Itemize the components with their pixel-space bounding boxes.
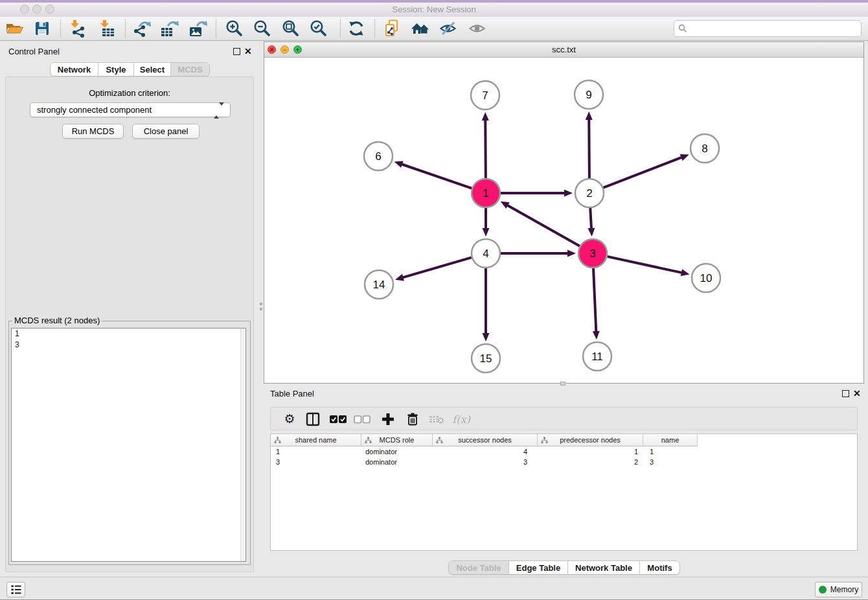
tab-edge-table[interactable]: Edge Table: [509, 561, 568, 574]
add-column-icon[interactable]: [379, 410, 397, 428]
split-view-icon[interactable]: [304, 410, 322, 428]
export-table-icon[interactable]: [158, 17, 180, 40]
tab-mcds[interactable]: MCDS: [171, 63, 209, 76]
cell-predecessor-nodes[interactable]: 2: [538, 457, 643, 467]
graph-edge-1-7[interactable]: [485, 119, 486, 178]
graph-node-label: 10: [700, 272, 713, 284]
graph-edge-arrowhead: [394, 161, 404, 167]
graph-edge-4-14[interactable]: [402, 257, 472, 277]
export-network-icon[interactable]: [130, 17, 152, 40]
column-header-shared-name[interactable]: shared name: [271, 434, 361, 446]
delete-column-icon[interactable]: [404, 410, 422, 428]
search-field[interactable]: [674, 20, 862, 37]
criterion-dropdown-value: strongly connected component: [37, 105, 152, 115]
graph-edge-arrowhead: [680, 154, 689, 161]
column-header-mcds-role[interactable]: MCDS role: [361, 434, 433, 446]
graph-edge-3-10[interactable]: [607, 257, 682, 273]
tab-node-table[interactable]: Node Table: [449, 561, 509, 574]
zoom-fit-icon[interactable]: [280, 17, 302, 40]
graph-edge-arrowhead: [586, 111, 593, 120]
toolbar-separator: [374, 19, 375, 38]
mcds-result-line: 1: [12, 329, 246, 340]
network-canvas[interactable]: 1234678910111415: [264, 58, 863, 383]
vertical-splitter-handle[interactable]: [260, 308, 262, 310]
cell-shared-name[interactable]: 1: [271, 446, 361, 457]
export-image-icon[interactable]: [187, 17, 209, 40]
mcds-result-box: MCDS result (2 nodes) 1 3: [8, 321, 251, 565]
graph-edge-arrowhead: [593, 331, 600, 340]
cell-successor-nodes[interactable]: 3: [433, 457, 538, 467]
cell-shared-name[interactable]: 3: [271, 457, 361, 467]
graph-node-label: 3: [589, 248, 595, 260]
optimization-criterion-label: Optimization criterion:: [6, 88, 253, 98]
graph-edge-3-1[interactable]: [507, 205, 580, 246]
network-window-title: scc.txt: [264, 45, 863, 54]
graph-node-label: 1: [483, 187, 488, 200]
graph-edge-2-8[interactable]: [603, 157, 682, 187]
graph-edge-2-9[interactable]: [589, 119, 589, 178]
mcds-result-line: 3: [12, 340, 246, 351]
home-layout-icon[interactable]: [409, 17, 431, 40]
graph-edge-arrowhead: [482, 112, 489, 121]
cell-name[interactable]: 1: [643, 446, 698, 457]
vertical-splitter-handle[interactable]: [260, 303, 262, 305]
task-list-icon: [10, 583, 23, 596]
select-all-columns-icon[interactable]: [329, 410, 347, 428]
cell-predecessor-nodes[interactable]: 1: [538, 446, 643, 457]
toolbar-separator: [125, 19, 126, 38]
graph-node-label: 8: [702, 143, 707, 155]
import-table-icon[interactable]: [96, 17, 118, 40]
graph-edge-1-6[interactable]: [401, 164, 472, 189]
zoom-out-icon[interactable]: [251, 17, 273, 40]
open-session-icon[interactable]: [3, 17, 25, 40]
table-panel-float-icon[interactable]: [842, 390, 849, 397]
table-row[interactable]: 1 dominator 4 1 1: [271, 446, 857, 457]
graph-edge-3-11[interactable]: [593, 268, 596, 332]
result-scrollbar[interactable]: [240, 329, 246, 561]
zoom-in-icon[interactable]: [223, 17, 246, 40]
tab-select[interactable]: Select: [134, 63, 171, 76]
mcds-result-textarea[interactable]: 1 3: [11, 328, 246, 562]
search-icon: [678, 24, 687, 33]
toolbar-separator: [60, 19, 61, 38]
column-header-name[interactable]: name: [643, 434, 698, 446]
graph-edge-arrowhead: [483, 333, 490, 341]
criterion-dropdown[interactable]: strongly connected component: [30, 102, 231, 117]
cell-mcds-role[interactable]: dominator: [361, 446, 433, 457]
graph-node-label: 7: [482, 89, 488, 102]
cell-mcds-role[interactable]: dominator: [361, 457, 433, 467]
graph-edge-2-3[interactable]: [590, 208, 591, 229]
import-network-icon[interactable]: [66, 17, 88, 40]
deselect-all-columns-icon[interactable]: [353, 410, 371, 428]
memory-button[interactable]: Memory: [815, 582, 862, 597]
task-history-button[interactable]: [6, 582, 25, 597]
tab-network-table[interactable]: Network Table: [568, 561, 640, 574]
table-row[interactable]: 3 dominator 3 2 3: [271, 457, 857, 467]
save-session-icon[interactable]: [31, 17, 53, 40]
graph-edge-arrowhead: [567, 250, 576, 257]
network-window-titlebar[interactable]: ✕ − + scc.txt: [264, 42, 863, 58]
show-graphics-details-icon[interactable]: [466, 17, 488, 40]
search-input[interactable]: [687, 22, 861, 35]
control-panel-float-icon[interactable]: [233, 48, 240, 55]
hide-graphics-details-icon[interactable]: [437, 17, 459, 40]
column-header-predecessor-nodes[interactable]: predecessor nodes: [538, 434, 643, 446]
tab-style[interactable]: Style: [98, 63, 134, 76]
memory-label: Memory: [830, 585, 858, 594]
network-from-selection-icon[interactable]: [381, 17, 403, 40]
tab-network[interactable]: Network: [51, 63, 98, 76]
delete-table-icon: [428, 410, 446, 428]
network-graph: 1234678910111415: [264, 58, 863, 383]
column-header-successor-nodes[interactable]: successor nodes: [433, 434, 538, 446]
control-panel-close-icon[interactable]: ✕: [244, 47, 252, 55]
zoom-selected-icon[interactable]: [308, 17, 330, 40]
refresh-icon[interactable]: [345, 17, 367, 40]
cell-successor-nodes[interactable]: 4: [433, 446, 538, 457]
cell-name[interactable]: 3: [643, 457, 698, 467]
table-tabs: Node Table Edge Table Network Table Moti…: [448, 560, 680, 575]
table-panel-close-icon[interactable]: ✕: [853, 389, 861, 397]
column-settings-icon[interactable]: ⚙: [280, 410, 299, 428]
run-mcds-button[interactable]: Run MCDS: [62, 124, 124, 139]
close-panel-button[interactable]: Close panel: [132, 124, 200, 139]
tab-motifs[interactable]: Motifs: [640, 561, 680, 574]
